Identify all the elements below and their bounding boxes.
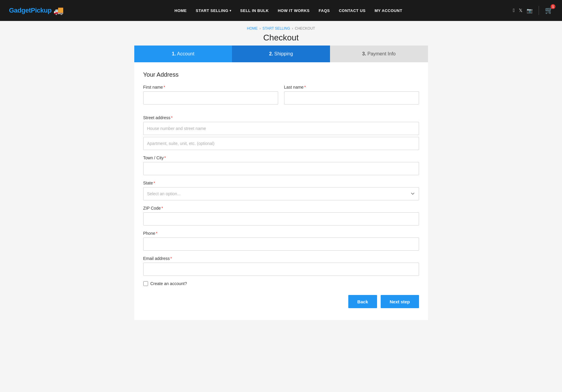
email-required: * <box>170 256 172 261</box>
last-name-required: * <box>304 85 306 90</box>
breadcrumb-section: HOME › START SELLING › CHECKOUT Checkout <box>0 21 562 46</box>
back-button[interactable]: Back <box>348 295 377 308</box>
checkout-container: 1. Account 2. Shipping 3. Payment Info Y… <box>134 46 428 320</box>
street-address-group: Street address* <box>143 115 419 150</box>
town-input[interactable] <box>143 162 419 175</box>
nav-sell-bulk[interactable]: SELL IN BULK <box>240 8 269 13</box>
facebook-icon[interactable]:  <box>513 8 515 13</box>
nav-start-selling[interactable]: START SELLING ▾ <box>196 8 231 13</box>
logo-text-part2: Pickup <box>31 7 52 14</box>
create-account-checkbox[interactable] <box>143 281 148 286</box>
last-name-input[interactable] <box>284 91 419 105</box>
last-name-group: Last name* <box>284 85 419 105</box>
step-1[interactable]: 1. Account <box>134 46 232 62</box>
nav-links: HOME START SELLING ▾ SELL IN BULK HOW IT… <box>174 8 402 13</box>
town-group: Town / City* <box>143 155 419 175</box>
town-required: * <box>164 155 166 160</box>
breadcrumb-checkout: CHECKOUT <box>295 26 315 31</box>
cart-wrapper[interactable]: 🛒 1 <box>545 7 553 14</box>
state-group: State* Select an option... <box>143 181 419 200</box>
street-address-label: Street address* <box>143 115 419 120</box>
phone-group: Phone* <box>143 231 419 251</box>
phone-required: * <box>156 231 157 236</box>
logo[interactable]: GadgetPickup 🚚 <box>9 6 64 16</box>
breadcrumb-sep-1: › <box>260 26 261 31</box>
state-select[interactable]: Select an option... <box>143 187 419 200</box>
logo-text: GadgetPickup <box>9 7 52 14</box>
step-2[interactable]: 2. Shipping <box>232 46 330 62</box>
step-3-number: 3. <box>362 51 366 57</box>
nav-home-link[interactable]: HOME <box>174 8 187 13</box>
step-2-label: Shipping <box>274 51 293 57</box>
breadcrumb-sep-2: › <box>292 26 293 31</box>
zip-required: * <box>161 206 163 211</box>
name-row: First name* Last name* <box>143 85 419 110</box>
street-address-input-1[interactable] <box>143 122 419 135</box>
cart-badge: 1 <box>551 4 555 9</box>
breadcrumb-start-selling[interactable]: START SELLING <box>263 26 290 31</box>
step-3-label: Payment Info <box>367 51 396 57</box>
create-account-label[interactable]: Create an account? <box>150 281 187 286</box>
street-address-input-2[interactable] <box>143 137 419 150</box>
buttons-row: Back Next step <box>134 295 428 308</box>
page-title: Checkout <box>0 33 562 43</box>
zip-group: ZIP Code* <box>143 206 419 225</box>
step-3[interactable]: 3. Payment Info <box>330 46 428 62</box>
create-account-row: Create an account? <box>143 281 419 286</box>
nav-account[interactable]: MY ACCOUNT <box>375 8 402 13</box>
phone-label: Phone* <box>143 231 419 236</box>
twitter-icon[interactable]: 𝕏 <box>519 8 522 13</box>
step-1-number: 1. <box>172 51 176 57</box>
nav-home[interactable]: HOME <box>174 8 187 13</box>
nav-how-it-works[interactable]: HOW IT WORKS <box>278 8 310 13</box>
step-1-label: Account <box>177 51 195 57</box>
street-required: * <box>171 115 173 120</box>
phone-input[interactable] <box>143 237 419 251</box>
nav-faqs-link[interactable]: FAQS <box>319 8 330 13</box>
state-label: State* <box>143 181 419 185</box>
form-section: Your Address First name* Last name* Stre… <box>134 71 428 286</box>
next-step-button[interactable]: Next step <box>381 295 419 308</box>
nav-account-link[interactable]: MY ACCOUNT <box>375 8 402 13</box>
first-name-required: * <box>164 85 165 90</box>
step-2-number: 2. <box>269 51 273 57</box>
first-name-group: First name* <box>143 85 278 105</box>
email-label: Email address* <box>143 256 419 261</box>
breadcrumb-home[interactable]: HOME <box>247 26 258 31</box>
logo-text-part1: Gadget <box>9 7 31 14</box>
instagram-icon[interactable]: 📷 <box>527 8 533 13</box>
zip-input[interactable] <box>143 212 419 225</box>
nav-how-it-works-link[interactable]: HOW IT WORKS <box>278 8 310 13</box>
zip-label: ZIP Code* <box>143 206 419 211</box>
first-name-input[interactable] <box>143 91 278 105</box>
email-input[interactable] <box>143 263 419 276</box>
breadcrumb: HOME › START SELLING › CHECKOUT <box>0 26 562 31</box>
email-group: Email address* <box>143 256 419 276</box>
nav-divider <box>539 6 539 15</box>
state-required: * <box>153 181 155 185</box>
nav-start-selling-link[interactable]: START SELLING ▾ <box>196 8 231 13</box>
town-label: Town / City* <box>143 155 419 160</box>
nav-contact-link[interactable]: CONTACT US <box>339 8 365 13</box>
navbar: GadgetPickup 🚚 HOME START SELLING ▾ SELL… <box>0 0 562 21</box>
nav-sell-bulk-link[interactable]: SELL IN BULK <box>240 8 269 13</box>
nav-contact[interactable]: CONTACT US <box>339 8 365 13</box>
last-name-label: Last name* <box>284 85 419 90</box>
truck-icon: 🚚 <box>53 6 64 16</box>
steps-bar: 1. Account 2. Shipping 3. Payment Info <box>134 46 428 62</box>
form-section-title: Your Address <box>143 71 419 78</box>
navbar-icons:  𝕏 📷 🛒 1 <box>513 6 553 15</box>
nav-faqs[interactable]: FAQS <box>319 8 330 13</box>
chevron-down-icon: ▾ <box>230 9 231 12</box>
first-name-label: First name* <box>143 85 278 90</box>
